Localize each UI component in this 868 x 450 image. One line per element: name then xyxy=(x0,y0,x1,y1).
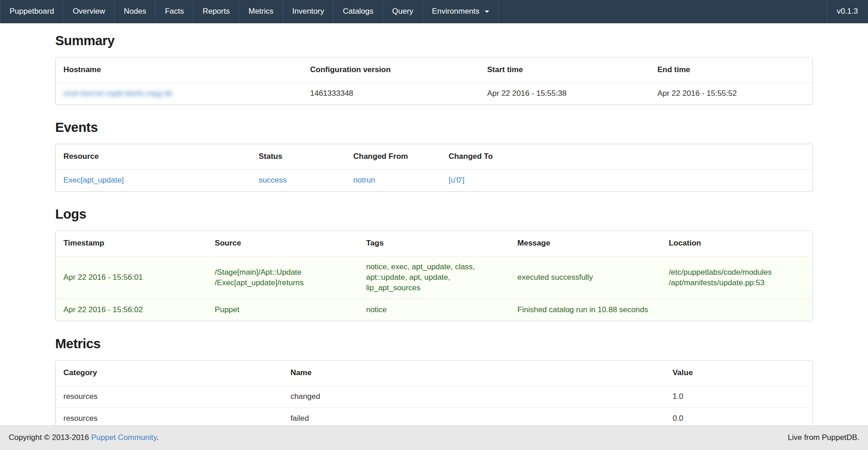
metric-value: 1.0 xyxy=(665,386,812,408)
log-row: Apr 22 2016 - 15:56:02 Puppet notice Fin… xyxy=(56,299,812,321)
metrics-heading: Metrics xyxy=(55,335,813,353)
logs-col-source: Source xyxy=(207,231,359,256)
events-table: Resource Status Changed From Changed To … xyxy=(55,144,813,192)
logs-col-message: Message xyxy=(510,231,661,256)
nav-item-nodes[interactable]: Nodes xyxy=(114,0,155,23)
log-tags: notice, exec, apt_update, class, apt::up… xyxy=(358,256,510,299)
events-col-changed-from: Changed From xyxy=(345,144,441,169)
end-time-value: Apr 22 2016 - 15:55:52 xyxy=(650,83,812,105)
version-label: v0.1.3 xyxy=(826,0,868,23)
nav-item-facts[interactable]: Facts xyxy=(155,0,193,23)
metric-name: changed xyxy=(282,386,664,408)
navbar-spacer xyxy=(499,0,826,23)
events-col-resource: Resource xyxy=(56,144,251,169)
logs-col-timestamp: Timestamp xyxy=(56,231,207,256)
nav-item-inventory[interactable]: Inventory xyxy=(282,0,333,23)
summary-table: Hostname Configuration version Start tim… xyxy=(55,57,813,105)
summary-col-start-time: Start time xyxy=(479,58,649,83)
metrics-col-category: Category xyxy=(56,361,282,386)
environments-label: Environments xyxy=(432,6,480,17)
nav-item-overview[interactable]: Overview xyxy=(63,0,114,23)
caret-down-icon xyxy=(485,10,489,13)
summary-col-end-time: End time xyxy=(650,58,812,83)
log-timestamp: Apr 22 2016 - 15:56:01 xyxy=(56,256,207,299)
logs-table: Timestamp Source Tags Message Location A… xyxy=(55,230,813,321)
summary-col-config-version: Configuration version xyxy=(303,58,480,83)
event-status-link[interactable]: success xyxy=(259,176,287,184)
logs-heading: Logs xyxy=(55,205,813,223)
nav-item-puppetboard[interactable]: Puppetboard xyxy=(0,0,63,23)
copyright-text: Copyright © 2013-2016 xyxy=(9,433,91,442)
log-source: /Stage[main]/Apt::Update /Exec[apt_updat… xyxy=(207,256,359,299)
logs-col-location: Location xyxy=(661,231,812,256)
event-changed-from-link[interactable]: notrun xyxy=(353,176,375,184)
log-location: /etc/puppetlabs/code/modules /apt/manife… xyxy=(661,256,812,299)
summary-col-hostname: Hostname xyxy=(56,58,303,83)
metrics-col-name: Name xyxy=(282,361,664,386)
log-location xyxy=(661,299,812,321)
log-source: Puppet xyxy=(207,299,359,321)
events-col-changed-to: Changed To xyxy=(441,144,812,169)
footer: Copyright © 2013-2016 Puppet Community. … xyxy=(0,425,868,450)
footer-copyright: Copyright © 2013-2016 Puppet Community. xyxy=(9,433,159,443)
navbar: Puppetboard Overview Nodes Facts Reports… xyxy=(0,0,868,23)
summary-heading: Summary xyxy=(55,32,813,50)
event-changed-to-link[interactable]: [u'0'] xyxy=(449,176,465,184)
footer-source-text: Live from PuppetDB. xyxy=(788,433,859,443)
log-row: Apr 22 2016 - 15:56:01 /Stage[main]/Apt:… xyxy=(56,256,812,299)
nav-item-query[interactable]: Query xyxy=(382,0,422,23)
metrics-col-value: Value xyxy=(665,361,812,386)
summary-row: snat-tserver.mpib-berlin.mpg.de 14613333… xyxy=(56,83,812,105)
log-timestamp: Apr 22 2016 - 15:56:02 xyxy=(56,299,207,321)
log-tags: notice xyxy=(358,299,510,321)
metric-row: resources changed 1.0 xyxy=(56,386,812,408)
nav-item-catalogs[interactable]: Catalogs xyxy=(333,0,382,23)
events-col-status: Status xyxy=(251,144,345,169)
event-resource-link[interactable]: Exec[apt_update] xyxy=(63,176,124,184)
metric-category: resources xyxy=(56,386,282,408)
log-message: Finished catalog run in 10.88 seconds xyxy=(510,299,661,321)
hostname-link[interactable]: snat-tserver.mpib-berlin.mpg.de xyxy=(63,89,173,98)
main-content: Summary Hostname Configuration version S… xyxy=(55,32,813,450)
start-time-value: Apr 22 2016 - 15:55:38 xyxy=(479,83,649,105)
event-row: Exec[apt_update] success notrun [u'0'] xyxy=(56,169,812,191)
events-heading: Events xyxy=(55,119,813,136)
copyright-period: . xyxy=(157,433,159,442)
puppet-community-link[interactable]: Puppet Community xyxy=(91,433,157,442)
config-version-value: 1461333348 xyxy=(303,83,480,105)
logs-col-tags: Tags xyxy=(358,231,510,256)
log-message: executed successfully xyxy=(510,256,661,299)
nav-item-environments-dropdown[interactable]: Environments xyxy=(423,0,499,23)
nav-item-reports[interactable]: Reports xyxy=(193,0,239,23)
nav-item-metrics[interactable]: Metrics xyxy=(239,0,282,23)
